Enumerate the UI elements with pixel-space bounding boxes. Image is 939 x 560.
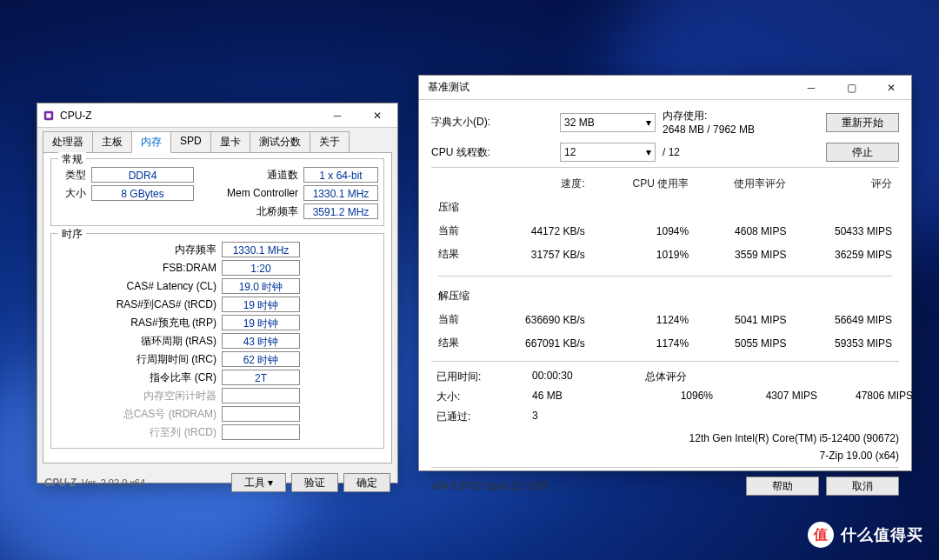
cpuz-titlebar[interactable]: CPU-Z ─ ✕ <box>37 103 397 128</box>
timing-label: 指令比率 (CR) <box>57 370 222 385</box>
minimize-button[interactable]: ─ <box>317 103 357 128</box>
select-threads[interactable]: 12▾ <box>560 143 656 162</box>
watermark-icon: 值 <box>808 522 834 548</box>
timing-value: 1330.1 MHz <box>222 242 300 257</box>
timing-value-disabled <box>222 388 300 403</box>
stop-button[interactable]: 停止 <box>826 143 899 162</box>
results-table: 速度:CPU 使用率使用率评分评分 压缩 当前44172 KB/s1094%46… <box>431 171 899 356</box>
legend-general: 常规 <box>58 152 86 167</box>
timing-value: 43 时钟 <box>222 333 300 349</box>
value-passed: 3 <box>527 407 640 427</box>
value-mc: 1330.1 MHz <box>303 185 378 201</box>
summary-grid: 已用时间:00:00:30总体评分 大小:46 MB1096%4307 MIPS… <box>431 367 899 427</box>
tab-1[interactable]: 主板 <box>92 131 132 153</box>
tab-2[interactable]: 内存 <box>131 131 171 153</box>
tab-5[interactable]: 测试分数 <box>250 131 310 153</box>
label-type: 类型 <box>57 168 91 183</box>
value-nb: 3591.2 MHz <box>303 203 378 219</box>
table-row: 结果667091 KB/s1174%5055 MIPS59353 MIPS <box>433 332 897 354</box>
select-dict[interactable]: 32 MB▾ <box>560 113 656 132</box>
cpuz-title: CPU-Z <box>60 110 317 122</box>
chevron-down-icon: ▾ <box>268 477 273 489</box>
value-threads-total: / 12 <box>663 146 819 158</box>
label-passed: 已通过: <box>431 407 527 427</box>
timing-label: 内存频率 <box>57 243 222 257</box>
value-overall-score: 47806 MIPS <box>822 387 918 407</box>
svg-rect-1 <box>46 113 50 117</box>
ok-button[interactable]: 确定 <box>343 473 390 492</box>
timing-label-disabled: 行至列 (tRCD) <box>57 425 222 440</box>
timing-value: 19 时钟 <box>222 315 300 330</box>
timing-label: FSB:DRAM <box>57 262 222 274</box>
timing-label-disabled: 总CAS号 (tRDRAM) <box>57 407 222 422</box>
hardware-line-1: 12th Gen Intel(R) Core(TM) i5-12400 (906… <box>431 432 899 444</box>
watermark: 值 什么值得买 <box>808 522 923 548</box>
col-speed: 速度: <box>483 173 590 195</box>
close-button[interactable]: ✕ <box>871 76 911 100</box>
benchmark-window: 基准测试 ─ ▢ ✕ 字典大小(D): 32 MB▾ 内存使用:2648 MB … <box>418 75 912 471</box>
label-nb: 北桥频率 <box>216 204 303 219</box>
tab-0[interactable]: 处理器 <box>43 131 93 153</box>
label-elapsed: 已用时间: <box>431 367 527 387</box>
col-eff: 使用率评分 <box>696 173 791 195</box>
hardware-line-2: 7-Zip 19.00 (x64) <box>431 450 899 462</box>
label-overall: 总体评分 <box>640 367 918 387</box>
value-elapsed: 00:00:30 <box>527 367 640 387</box>
value-type: DDR4 <box>91 167 194 183</box>
fieldset-general: 常规 类型DDR4 大小8 GBytes 通道数1 x 64-bit Mem C… <box>50 158 384 226</box>
chevron-down-icon: ▾ <box>646 146 651 158</box>
value-size: 46 MB <box>527 387 640 407</box>
value-overall-cpu: 1096% <box>640 387 718 407</box>
tab-3[interactable]: SPD <box>170 131 211 153</box>
value-channels: 1 x 64-bit <box>303 167 378 183</box>
table-row: 结果31757 KB/s1019%3559 MIPS36259 MIPS <box>433 243 897 265</box>
label-mc: Mem Controller <box>216 187 303 199</box>
timing-value-disabled <box>222 424 300 440</box>
cpuz-window: CPU-Z ─ ✕ 处理器主板内存SPD显卡测试分数关于 常规 类型DDR4 大… <box>37 103 398 483</box>
timing-label: RAS#预充电 (tRP) <box>57 316 222 330</box>
timing-value: 1:20 <box>222 260 300 276</box>
legend-timings: 时序 <box>58 227 86 242</box>
label-size: 大小 <box>57 186 91 201</box>
table-row: 当前44172 KB/s1094%4608 MIPS50433 MIPS <box>433 220 897 242</box>
validate-button[interactable]: 验证 <box>291 473 338 492</box>
value-mem: 2648 MB / 7962 MB <box>663 123 755 136</box>
label-dict: 字典大小(D): <box>431 115 553 130</box>
timing-label-disabled: 内存空闲计时器 <box>57 389 222 403</box>
label-channels: 通道数 <box>216 168 303 183</box>
timing-label: CAS# Latency (CL) <box>57 280 222 292</box>
cancel-button[interactable]: 取消 <box>826 477 899 496</box>
label-size: 大小: <box>431 387 527 407</box>
timing-value: 2T <box>222 370 300 385</box>
cpuz-version: Ver. 2.02.0.x64 <box>82 477 145 488</box>
restart-button[interactable]: 重新开始 <box>826 113 899 132</box>
close-button[interactable]: ✕ <box>357 103 397 128</box>
value-size: 8 GBytes <box>91 185 194 201</box>
col-score: 评分 <box>793 173 897 195</box>
header-decompress: 解压缩 <box>433 285 897 307</box>
bench-title: 基准测试 <box>424 80 791 95</box>
col-cpu: CPU 使用率 <box>592 173 694 195</box>
signature: x64 6.9702 cpus:12 128T <box>431 480 739 492</box>
tab-6[interactable]: 关于 <box>310 131 350 153</box>
maximize-button[interactable]: ▢ <box>831 76 871 100</box>
value-overall-eff: 4307 MIPS <box>718 387 822 407</box>
timing-label: 行周期时间 (tRC) <box>57 352 222 367</box>
timing-label: RAS#到CAS# (tRCD) <box>57 297 222 312</box>
label-threads: CPU 线程数: <box>431 145 553 160</box>
tab-4[interactable]: 显卡 <box>210 131 250 153</box>
timing-value: 19 时钟 <box>222 297 300 312</box>
cpuz-icon <box>43 110 55 122</box>
help-button[interactable]: 帮助 <box>746 477 819 496</box>
tools-button[interactable]: 工具 ▾ <box>231 473 286 492</box>
minimize-button[interactable]: ─ <box>791 76 831 100</box>
timing-value-disabled <box>222 406 300 422</box>
fieldset-timings: 时序 内存频率1330.1 MHzFSB:DRAM1:20CAS# Latenc… <box>50 233 384 449</box>
timing-label: 循环周期 (tRAS) <box>57 334 222 349</box>
cpuz-logo: CPU-Z <box>44 477 77 489</box>
timing-value: 19.0 时钟 <box>222 278 300 294</box>
timing-value: 62 时钟 <box>222 351 300 367</box>
bench-titlebar[interactable]: 基准测试 ─ ▢ ✕ <box>419 76 911 100</box>
header-compress: 压缩 <box>433 197 897 218</box>
label-mem: 内存使用: <box>663 110 707 122</box>
